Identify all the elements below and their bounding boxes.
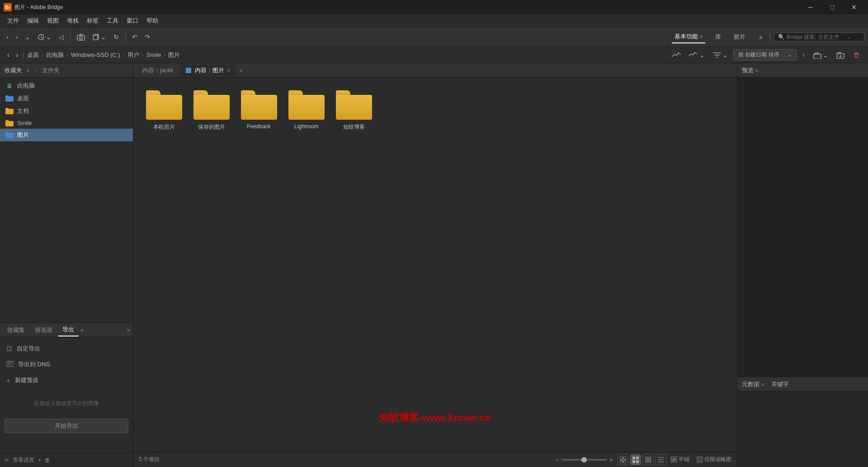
breadcrumb-back-button[interactable]: ‹ (5, 49, 11, 61)
menu-help[interactable]: 帮助 (143, 15, 162, 27)
search-dropdown-icon[interactable]: ⌄ (847, 34, 851, 40)
menu-edit[interactable]: 编辑 (24, 15, 42, 27)
sidebar-item-label-computer: 此电脑 (17, 82, 35, 90)
close-button[interactable]: ✕ (844, 0, 864, 14)
menu-label[interactable]: 标签 (83, 15, 102, 27)
workspace-filmstrip[interactable]: 胶片 (731, 31, 748, 43)
filter-button[interactable]: ⌄ (710, 49, 731, 61)
flat-checkbox-input[interactable] (671, 457, 677, 462)
new-preset-icon: + (6, 377, 10, 384)
redo-button[interactable]: ↷ (142, 31, 153, 43)
zoom-plus-button[interactable]: + (609, 456, 613, 463)
tab-export[interactable]: 导出 (58, 324, 79, 336)
breadcrumb-desktop[interactable]: 桌面 (27, 51, 39, 59)
tab-metadata[interactable]: 元数据 ≡ (742, 380, 764, 388)
sidebar-item-smile[interactable]: Smile (0, 117, 133, 129)
folder-thumb-feedback[interactable]: Feedback (237, 87, 280, 135)
menu-view[interactable]: 视图 (43, 15, 62, 27)
history-button[interactable]: ⌄ (35, 31, 54, 43)
tab-menu-icon[interactable]: ≡ (227, 67, 230, 74)
sidebar-item-label-documents: 文档 (17, 107, 29, 115)
sidebar-item-pictures[interactable]: 图片 (0, 129, 133, 141)
folders-section: 收藏夹 ≡ | 文件夹 🖥 此电脑 桌面 文档 (0, 63, 133, 322)
thumb-only-checkbox[interactable]: 仅限缩略图 (697, 456, 731, 463)
add-item-icon[interactable]: + (38, 457, 41, 463)
flat-checkbox[interactable]: 平铺 (671, 456, 689, 463)
tab-collections[interactable]: 收藏集 (3, 324, 29, 336)
view-details-button[interactable] (656, 454, 666, 465)
folder-thumb-saved-photos[interactable]: 保存的图片 (190, 87, 233, 135)
preview-menu-icon[interactable]: ≡ (755, 68, 758, 73)
sort-direction-button[interactable]: ↑ (799, 49, 808, 61)
tab-pictures-active[interactable]: 内容：图片 ≡ (180, 65, 236, 76)
refresh-button[interactable]: ↻ (111, 31, 122, 43)
workspace-basic[interactable]: 基本功能 ≡ (672, 31, 705, 43)
menu-window[interactable]: 窗口 (123, 15, 142, 27)
undo-button[interactable]: ↶ (129, 31, 140, 43)
export-item-new-preset[interactable]: + 新建预设 (0, 373, 133, 388)
folder-label-local: 本机照片 (153, 123, 175, 131)
dng-export-icon (6, 361, 14, 369)
svg-rect-12 (636, 457, 639, 459)
copy-button[interactable]: ⌄ (90, 31, 109, 43)
metadata-menu-icon[interactable]: ≡ (761, 382, 764, 387)
view-progress-label[interactable]: 查看进度 (13, 456, 34, 464)
breadcrumb-forward-button[interactable]: › (14, 49, 20, 61)
sort-button[interactable]: 按 创建日期 排序 ⌄ (733, 49, 797, 61)
remove-item-icon[interactable]: 🗑 (45, 457, 50, 463)
breadcrumb-users[interactable]: 用户 (127, 51, 139, 59)
breadcrumb-smile[interactable]: Smile (146, 51, 161, 58)
menu-tools[interactable]: 工具 (103, 15, 122, 27)
workspace-more-button[interactable]: » (755, 32, 766, 42)
breadcrumb-drive[interactable]: Windows-SSD (C:) (71, 51, 120, 58)
maximize-button[interactable]: □ (822, 0, 843, 14)
svg-rect-9 (620, 460, 623, 463)
breadcrumb-pictures[interactable]: 图片 (168, 51, 180, 59)
quality-dropdown[interactable]: ⌄ (686, 49, 708, 61)
folder-thumb-icon-feedback (241, 90, 277, 120)
metadata-section: 元数据 ≡ 关键字 (737, 377, 868, 467)
folder-thumb-local-photos[interactable]: 本机照片 (142, 87, 185, 135)
sidebar-item-computer[interactable]: 🖥 此电脑 (0, 79, 133, 92)
export-item-custom[interactable]: ⊡ 自定导出 (0, 341, 133, 357)
minimize-button[interactable]: ─ (800, 0, 821, 14)
tab-jackli[interactable]: 内容：jackli (137, 65, 179, 76)
folder-view-button[interactable]: ⌄ (811, 49, 831, 61)
tab-filters[interactable]: 筛选器 (30, 324, 57, 336)
export-menu-icon[interactable]: ≡ (80, 327, 83, 333)
folder-thumb-zhiruan[interactable]: 知软博客 (332, 87, 375, 135)
nav-dropdown-button[interactable]: ⌄ (22, 31, 33, 43)
bottom-panel-expand-icon[interactable]: » (127, 327, 130, 333)
quality-icon-1[interactable] (669, 49, 684, 61)
thumb-only-checkbox-input[interactable] (697, 457, 703, 462)
zoom-minus-button[interactable]: − (555, 456, 559, 463)
camera-button[interactable] (74, 31, 88, 43)
zoom-slider[interactable] (561, 459, 607, 461)
view-list-button[interactable] (643, 454, 654, 465)
view-grid-button[interactable] (618, 454, 628, 465)
view-options (618, 454, 666, 465)
sidebar-item-documents[interactable]: 文档 (0, 105, 133, 117)
breadcrumb-computer[interactable]: 此电脑 (46, 51, 64, 59)
favorites-menu-icon[interactable]: ≡ (27, 68, 29, 73)
workspace-library[interactable]: 库 (712, 31, 724, 43)
start-export-button[interactable]: 开始导出 (5, 419, 128, 433)
menu-file[interactable]: 文件 (4, 15, 23, 27)
favorites-label: 收藏夹 (5, 66, 22, 75)
thumb-only-label: 仅限缩略图 (704, 456, 731, 463)
tab-add-button[interactable]: + (237, 66, 245, 75)
new-folder-button[interactable] (834, 49, 847, 61)
custom-export-icon: ⊡ (6, 345, 12, 353)
delete-button[interactable] (850, 49, 863, 61)
tab-keywords[interactable]: 关键字 (771, 380, 789, 388)
sidebar-item-desktop[interactable]: 桌面 (0, 92, 133, 105)
view-grid-filled-button[interactable] (630, 454, 641, 465)
menu-stack[interactable]: 堆栈 (63, 15, 82, 27)
search-input[interactable] (787, 34, 845, 40)
nav-back-button[interactable]: ‹ (4, 31, 11, 43)
nav-forward-button[interactable]: › (13, 31, 21, 43)
back-nav-button[interactable]: ◁ (56, 31, 66, 43)
export-item-dng[interactable]: 导出到 DNG (0, 357, 133, 373)
dng-export-label: 导出到 DNG (18, 360, 51, 369)
folder-thumb-lightroom[interactable]: Lightroom (285, 87, 328, 135)
